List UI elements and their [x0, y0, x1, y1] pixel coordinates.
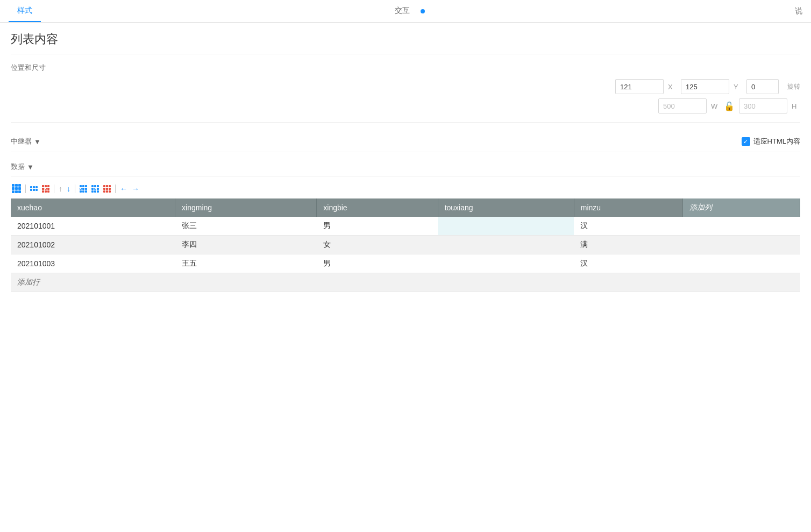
adapt-html-container: 适应HTML内容: [742, 137, 800, 146]
table-header-row: xuehao xingming xingbie touxiang minzu 添…: [11, 198, 800, 217]
toolbar-delete[interactable]: [41, 184, 51, 194]
toolbar-arrow-down[interactable]: ↓: [66, 183, 72, 194]
wh-row: W 🔓 H: [11, 98, 800, 114]
toolbar-grid-add[interactable]: [11, 183, 22, 194]
toolbar-sep1: [25, 185, 26, 193]
table-row: 202101002 李四 女 满: [11, 236, 800, 254]
cell-touxiang-1[interactable]: [438, 217, 574, 236]
toolbar-grid-small[interactable]: [29, 185, 39, 192]
toolbar-sep2: [54, 185, 54, 193]
page-title: 列表内容: [11, 31, 800, 54]
data-section: 数据 ▼: [11, 158, 800, 176]
cell-xingbie-2[interactable]: 女: [317, 236, 438, 254]
repeater-arrow: ▼: [34, 138, 41, 146]
cell-xuehao-3[interactable]: 202101003: [11, 254, 175, 273]
adapt-html-label: 适应HTML内容: [753, 137, 800, 146]
repeater-section: 中继器 ▼ 适应HTML内容: [11, 131, 800, 152]
toolbar-arrow-up[interactable]: ↑: [58, 183, 63, 194]
rotate-label: 旋转: [787, 82, 800, 91]
toolbar-col-delete[interactable]: [102, 184, 112, 194]
interact-dot: [421, 9, 425, 13]
col-header-xingbie[interactable]: xingbie: [317, 198, 438, 217]
data-table: xuehao xingming xingbie touxiang minzu 添…: [11, 198, 800, 292]
cell-addcol-1[interactable]: [683, 217, 800, 236]
cell-xingming-1[interactable]: 张三: [175, 217, 317, 236]
toolbar-col-after[interactable]: [90, 184, 100, 194]
adapt-html-checkbox[interactable]: [742, 137, 750, 146]
cell-xuehao-1[interactable]: 202101001: [11, 217, 175, 236]
position-size-label: 位置和尺寸: [11, 63, 800, 73]
xy-row: X Y 旋转: [11, 79, 800, 94]
tab-desc[interactable]: 说: [795, 6, 802, 16]
cell-xuehao-2[interactable]: 202101002: [11, 236, 175, 254]
col-header-add[interactable]: 添加列: [683, 198, 800, 217]
table-row: 202101001 张三 男 汉: [11, 217, 800, 236]
col-header-touxiang[interactable]: touxiang: [438, 198, 574, 217]
x-label: X: [668, 83, 677, 91]
col-header-xuehao[interactable]: xuehao: [11, 198, 175, 217]
col-header-minzu[interactable]: minzu: [574, 198, 683, 217]
w-label: W: [711, 102, 720, 110]
data-text: 数据: [11, 162, 25, 172]
table-row: 202101003 王五 男 汉: [11, 254, 800, 273]
w-input[interactable]: [658, 98, 707, 114]
main-content: 列表内容 位置和尺寸 X Y 旋转 W 🔓 H 中继器 ▼ 适应HTM: [0, 23, 811, 301]
toolbar-col-before[interactable]: [79, 184, 88, 194]
lock-icon[interactable]: 🔓: [724, 101, 735, 111]
header-tabs: 样式 交互 说: [0, 0, 811, 23]
rotate-input[interactable]: [746, 79, 779, 94]
h-input[interactable]: [739, 98, 787, 114]
toolbar-arrow-left[interactable]: ←: [119, 183, 129, 194]
cell-xingming-2[interactable]: 李四: [175, 236, 317, 254]
cell-minzu-3[interactable]: 汉: [574, 254, 683, 273]
cell-touxiang-2[interactable]: [438, 236, 574, 254]
repeater-label[interactable]: 中继器 ▼: [11, 137, 41, 146]
cell-xingbie-1[interactable]: 男: [317, 217, 438, 236]
col-header-xingming[interactable]: xingming: [175, 198, 317, 217]
repeater-text: 中继器: [11, 137, 32, 146]
cell-minzu-2[interactable]: 满: [574, 236, 683, 254]
cell-touxiang-3[interactable]: [438, 254, 574, 273]
cell-xingming-3[interactable]: 王五: [175, 254, 317, 273]
add-row-label[interactable]: 添加行: [11, 273, 800, 292]
y-input[interactable]: [681, 79, 729, 94]
add-row[interactable]: 添加行: [11, 273, 800, 292]
h-label: H: [792, 102, 800, 110]
position-size-section: 位置和尺寸 X Y 旋转 W 🔓 H: [11, 63, 800, 123]
cell-minzu-1[interactable]: 汉: [574, 217, 683, 236]
tab-interact[interactable]: 交互: [386, 1, 418, 22]
x-input[interactable]: [615, 79, 664, 94]
cell-xingbie-3[interactable]: 男: [317, 254, 438, 273]
data-label[interactable]: 数据 ▼: [11, 162, 800, 172]
toolbar-sep3: [75, 185, 75, 193]
y-label: Y: [734, 83, 742, 91]
tab-style[interactable]: 样式: [9, 1, 41, 22]
data-arrow: ▼: [27, 163, 34, 171]
cell-addcol-3[interactable]: [683, 254, 800, 273]
toolbar-sep4: [115, 185, 116, 193]
toolbar: ↑ ↓: [11, 183, 800, 194]
cell-addcol-2[interactable]: [683, 236, 800, 254]
toolbar-arrow-right[interactable]: →: [131, 183, 140, 194]
tab-center-area: 交互: [386, 1, 425, 22]
